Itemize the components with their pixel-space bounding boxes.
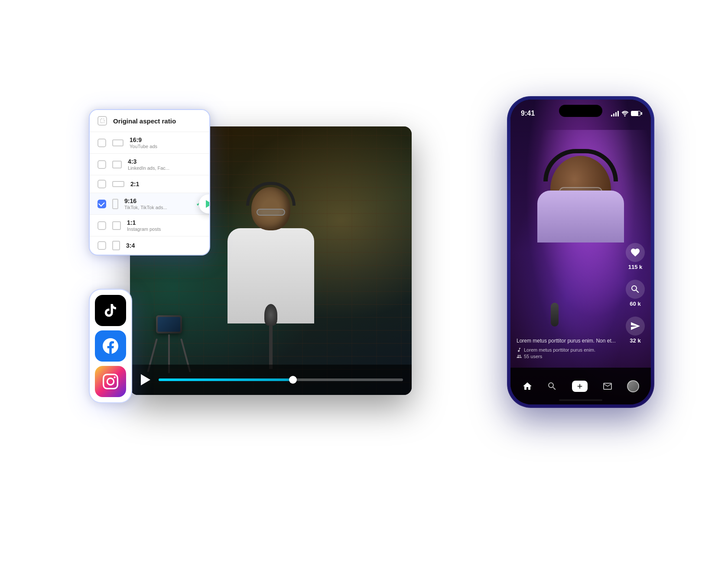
signal-bar-2	[613, 113, 614, 116]
original-aspect-label: Original aspect ratio	[113, 117, 176, 125]
tiktok-bottom-nav	[510, 368, 651, 404]
aspect-item-3-4[interactable]: 3:4	[90, 236, 209, 255]
aspect-item-16-9[interactable]: 16:9 YouTube ads	[90, 132, 209, 154]
tiktok-side-actions: 115 k 60 k	[626, 243, 645, 344]
comment-action[interactable]: 60 k	[626, 280, 645, 307]
aspect-checkbox-9-16[interactable]	[98, 200, 106, 208]
ratio-label-4-3: 4:3	[128, 158, 202, 165]
heart-icon	[630, 247, 640, 258]
profile-avatar-nav	[627, 380, 639, 392]
share-icon-circle	[626, 317, 645, 336]
instagram-icon	[103, 374, 118, 389]
aspect-checkbox-4-3[interactable]	[98, 160, 106, 169]
dynamic-island	[559, 105, 602, 117]
aspect-item-4-3[interactable]: 4:3 LinkedIn ads, Fac...	[90, 154, 209, 175]
share-count: 32 k	[630, 337, 640, 344]
aspect-checkbox-3-4[interactable]	[98, 241, 106, 250]
progress-fill	[159, 378, 293, 381]
signal-bars-icon	[611, 110, 619, 116]
share-icon	[630, 321, 640, 331]
mic-stand	[269, 317, 273, 369]
status-time: 9:41	[521, 110, 535, 117]
nav-search[interactable]	[547, 381, 557, 391]
play-indicator[interactable]	[199, 194, 210, 213]
tiktok-icon	[103, 303, 118, 318]
camera-screen	[158, 317, 180, 332]
tiktok-bottom-text: Lorem metus porttitor purus enim. Non et…	[517, 337, 623, 359]
aspect-icon-2-1	[112, 181, 124, 187]
nav-home[interactable]	[522, 381, 533, 391]
ratio-sub-16-9: YouTube ads	[130, 144, 202, 149]
home-icon	[522, 381, 533, 391]
aspect-ratio-panel: Original aspect ratio 16:9 YouTube ads 4…	[89, 109, 210, 255]
main-scene: Original aspect ratio 16:9 YouTube ads 4…	[61, 53, 667, 529]
progress-bar[interactable]	[159, 378, 403, 381]
signal-bar-4	[618, 111, 619, 116]
wifi-icon	[621, 111, 628, 116]
video-controls	[130, 365, 412, 395]
aspect-text-3-4: 3:4	[126, 242, 202, 249]
phone-inner: 9:41	[510, 100, 651, 404]
tiktok-music: Lorem metus porttitor purus enim.	[517, 347, 623, 352]
ratio-sub-1-1: Instagram posts	[127, 226, 202, 232]
aspect-item-9-16[interactable]: 9:16 TikTok, TikTok ads... ✓	[90, 193, 209, 215]
original-aspect-icon	[98, 116, 107, 126]
ratio-sub-4-3: LinkedIn ads, Fac...	[128, 165, 202, 171]
play-button[interactable]	[139, 373, 153, 387]
users-text: 55 users	[524, 354, 542, 359]
signal-bar-3	[615, 112, 617, 116]
music-text: Lorem metus porttitor purus enim.	[524, 347, 595, 352]
music-icon	[517, 347, 522, 352]
tiktok-content: 9:41	[510, 100, 651, 404]
social-icons-panel	[89, 289, 132, 403]
aspect-checkbox-2-1[interactable]	[98, 180, 106, 188]
aspect-text-2-1: 2:1	[130, 181, 202, 188]
tiktok-icon-button[interactable]	[95, 295, 126, 326]
facebook-icon-button[interactable]	[95, 330, 126, 362]
aspect-text-4-3: 4:3 LinkedIn ads, Fac...	[128, 158, 202, 171]
comment-icon-circle	[626, 280, 645, 299]
phone-person-container	[542, 139, 620, 225]
battery-fill	[631, 111, 638, 116]
aspect-text-1-1: 1:1 Instagram posts	[127, 219, 202, 232]
add-button-nav	[572, 381, 588, 392]
person-head	[251, 187, 290, 230]
play-icon	[141, 374, 150, 385]
signal-bar-1	[611, 115, 612, 116]
aspect-icon-1-1	[112, 221, 121, 230]
aspect-icon-3-4	[112, 241, 120, 250]
phone-person-headphones	[543, 149, 618, 181]
instagram-icon-button[interactable]	[95, 366, 126, 397]
share-action[interactable]: 32 k	[626, 317, 645, 344]
nav-add[interactable]	[572, 381, 588, 392]
battery-icon	[631, 111, 640, 116]
users-icon	[517, 354, 522, 359]
comment-count: 60 k	[630, 301, 640, 307]
aspect-icon-4-3	[112, 161, 122, 168]
plus-icon	[576, 382, 584, 390]
aspect-text-16-9: 16:9 YouTube ads	[130, 136, 202, 149]
aspect-checkbox-16-9[interactable]	[98, 139, 106, 147]
ratio-label-1-1: 1:1	[127, 219, 202, 226]
like-count: 115 k	[628, 264, 643, 270]
ratio-sub-9-16: TikTok, TikTok ads...	[124, 205, 190, 210]
nav-inbox[interactable]	[602, 381, 613, 391]
nav-search-icon	[547, 381, 557, 391]
aspect-icon-9-16	[112, 199, 118, 209]
ratio-label-9-16: 9:16	[124, 197, 190, 204]
ratio-label-16-9: 16:9	[130, 136, 202, 143]
tiktok-description: Lorem metus porttitor purus enim. Non et…	[517, 337, 623, 345]
like-action[interactable]: 115 k	[626, 243, 645, 270]
aspect-item-2-1[interactable]: 2:1	[90, 175, 209, 193]
original-aspect-ratio-item[interactable]: Original aspect ratio	[90, 110, 209, 132]
person-silhouette	[214, 187, 327, 369]
aspect-checkbox-1-1[interactable]	[98, 221, 106, 230]
aspect-text-9-16: 9:16 TikTok, TikTok ads...	[124, 197, 190, 210]
phone-mic	[551, 303, 559, 327]
aspect-item-1-1[interactable]: 1:1 Instagram posts	[90, 215, 209, 236]
aspect-icon-16-9	[112, 139, 124, 146]
phone-mockup: 9:41	[507, 96, 654, 408]
tiktok-users: 55 users	[517, 354, 623, 359]
progress-thumb[interactable]	[289, 376, 297, 384]
nav-profile[interactable]	[627, 380, 639, 392]
